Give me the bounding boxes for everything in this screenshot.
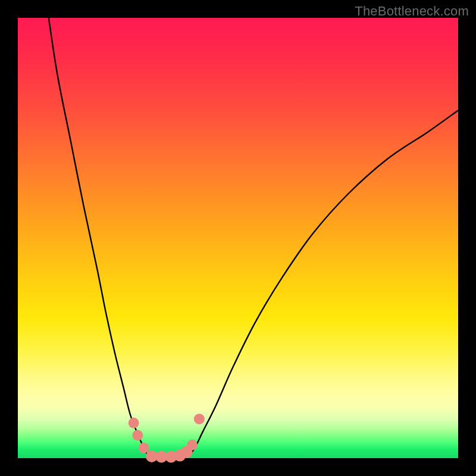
data-marker [194,414,205,424]
data-marker [187,440,198,450]
chart-frame: TheBottleneck.com [0,0,476,476]
plot-area [18,18,458,458]
watermark-text: TheBottleneck.com [355,4,469,19]
curve-layer [18,18,458,458]
data-marker [139,443,149,453]
bottleneck-curve [49,18,458,458]
data-marker [129,418,139,428]
data-marker [132,430,143,441]
